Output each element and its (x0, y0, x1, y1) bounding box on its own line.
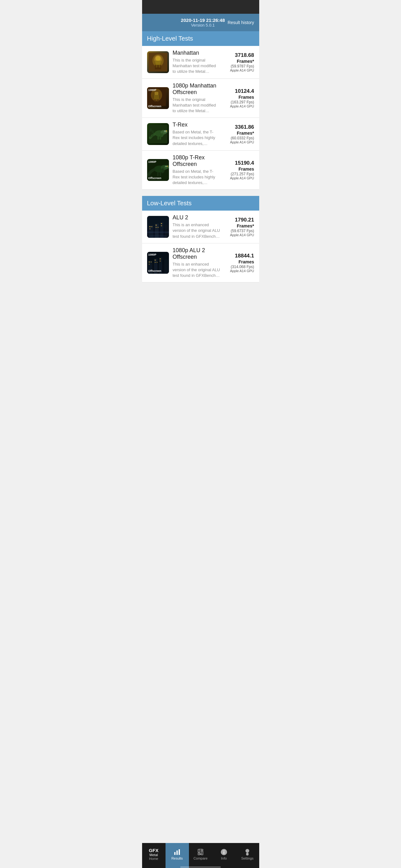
test-desc-alu2-1080p: This is an enhanced version of the origi… (173, 261, 221, 279)
score-value-manhattan: 3718.68 (223, 52, 254, 58)
status-bar (142, 0, 259, 14)
svg-rect-10 (159, 65, 160, 67)
test-info-alu2-1080p: 1080p ALU 2 Offscreen This is an enhance… (173, 247, 221, 279)
test-name-trex: T-Rex (173, 122, 221, 128)
svg-rect-62 (155, 260, 156, 260)
test-thumb-alu2-1080p: 1080P Offscreen (147, 252, 169, 274)
svg-rect-45 (149, 228, 151, 229)
score-gpu-trex-1080p: Apple A14 GPU (223, 176, 254, 180)
svg-rect-36 (160, 172, 161, 176)
svg-rect-46 (156, 225, 157, 226)
test-item-trex[interactable]: T-Rex Based on Metal, the T-Rex test inc… (142, 118, 259, 151)
svg-rect-13 (155, 92, 158, 95)
test-desc-trex-1080p: Based on Metal, the T-Rex test includes … (173, 169, 221, 186)
svg-rect-60 (151, 261, 152, 262)
manhattan-1080p-thumbnail: 1080P Offscreen (147, 87, 169, 109)
test-name-alu2: ALU 2 (173, 214, 221, 221)
svg-rect-63 (155, 262, 156, 263)
high-level-test-list: Manhattan This is the original Manhattan… (142, 46, 259, 190)
test-info-trex: T-Rex Based on Metal, the T-Rex test inc… (173, 122, 221, 147)
test-score-trex: 3361.86 Frames* (60.0332 Fps) Apple A14 … (223, 124, 254, 144)
svg-point-23 (166, 130, 167, 131)
svg-rect-28 (153, 132, 153, 137)
test-desc-manhattan: This is the original Manhattan test modi… (173, 58, 221, 75)
svg-rect-58 (164, 260, 168, 274)
score-gpu-alu2: Apple A14 GPU (223, 233, 254, 237)
test-desc-trex: Based on Metal, the T-Rex test includes … (173, 129, 221, 147)
score-fps-manhattan-1080p: (163.297 Fps) (223, 100, 254, 104)
svg-rect-48 (157, 227, 159, 228)
svg-point-34 (167, 165, 168, 166)
low-level-section-title: Low-Level Tests (147, 200, 254, 207)
svg-rect-8 (161, 61, 162, 64)
test-desc-alu2: This is an enhanced version of the origi… (173, 222, 221, 239)
score-gpu-trex: Apple A14 GPU (223, 140, 254, 144)
score-fps-alu2-1080p: (314.068 Fps) (223, 265, 254, 269)
test-score-manhattan: 3718.68 Frames* (59.9787 Fps) Apple A14 … (223, 52, 254, 72)
score-value-trex-1080p: 15190.4 (223, 160, 254, 166)
bottom-padding (142, 282, 259, 311)
score-value-manhattan-1080p: 10124.4 (223, 88, 254, 94)
test-name-alu2-1080p: 1080p ALU 2 Offscreen (173, 247, 221, 260)
test-thumb-manhattan (147, 51, 169, 73)
score-gpu-alu2-1080p: Apple A14 GPU (223, 269, 254, 273)
test-score-alu2-1080p: 18844.1 Frames (314.068 Fps) Apple A14 G… (223, 253, 254, 273)
header-version: Version 5.0.1 (178, 23, 228, 28)
svg-rect-9 (156, 65, 157, 67)
test-item-alu2[interactable]: ALU 2 This is an enhanced version of the… (142, 211, 259, 243)
test-score-manhattan-1080p: 10124.4 Frames (163.297 Fps) Apple A14 G… (223, 88, 254, 108)
svg-rect-6 (156, 61, 161, 65)
test-score-alu2: 1790.21 Frames* (59.6737 Fps) Apple A14 … (223, 217, 254, 237)
svg-rect-43 (149, 226, 151, 227)
svg-rect-49 (161, 223, 162, 224)
svg-rect-64 (157, 262, 158, 263)
test-name-manhattan: Manhattan (173, 50, 221, 56)
svg-rect-7 (154, 61, 156, 64)
svg-rect-59 (149, 261, 150, 262)
trex-thumbnail (147, 123, 169, 145)
score-gpu-manhattan: Apple A14 GPU (223, 68, 254, 72)
test-name-manhattan-1080p: 1080p Manhattan Offscreen (173, 83, 221, 96)
svg-rect-35 (157, 172, 159, 176)
test-info-manhattan: Manhattan This is the original Manhattan… (173, 50, 221, 75)
score-value-trex: 3361.86 (223, 124, 254, 130)
test-thumb-alu2 (147, 216, 169, 238)
score-unit-trex-1080p: Frames (239, 166, 254, 172)
header-center: 2020-11-19 21:26:48 Version 5.0.1 (178, 18, 228, 28)
test-name-trex-1080p: 1080p T-Rex Offscreen (173, 154, 221, 167)
test-desc-manhattan-1080p: This is the original Manhattan test modi… (173, 97, 221, 114)
svg-point-52 (149, 235, 167, 238)
high-level-section-title: High-Level Tests (147, 35, 254, 42)
svg-rect-44 (151, 226, 153, 227)
svg-rect-50 (161, 225, 162, 226)
svg-rect-25 (160, 136, 161, 140)
svg-rect-61 (149, 264, 150, 265)
score-fps-manhattan: (59.9787 Fps) (223, 64, 254, 68)
test-item-trex-1080p[interactable]: 1080P Offscreen 1080p T-Rex Offscreen Ba… (142, 151, 259, 190)
test-item-manhattan-1080p[interactable]: 1080P Offscreen 1080p Manhattan Offscree… (142, 79, 259, 118)
score-unit-manhattan: Frames* (237, 59, 254, 64)
manhattan-thumbnail (147, 51, 169, 73)
svg-rect-18 (157, 99, 159, 102)
score-gpu-manhattan-1080p: Apple A14 GPU (223, 104, 254, 108)
svg-rect-15 (153, 95, 154, 98)
svg-rect-14 (154, 95, 159, 99)
score-fps-trex-1080p: (271.257 Fps) (223, 172, 254, 176)
low-level-section-header: Low-Level Tests (142, 196, 259, 211)
result-history-button[interactable]: Result history (228, 20, 254, 25)
section-spacer (142, 190, 259, 196)
svg-rect-65 (160, 258, 161, 259)
score-unit-alu2-1080p: Frames (239, 259, 254, 264)
svg-rect-66 (160, 260, 161, 261)
svg-rect-24 (157, 136, 159, 140)
test-thumb-trex-1080p: 1080P Offscreen (147, 159, 169, 181)
svg-rect-51 (147, 231, 169, 233)
score-value-alu2-1080p: 18844.1 (223, 253, 254, 259)
score-fps-alu2: (59.6737 Fps) (223, 229, 254, 233)
test-info-alu2: ALU 2 This is an enhanced version of the… (173, 214, 221, 239)
score-unit-manhattan-1080p: Frames (239, 95, 254, 100)
test-item-alu2-1080p[interactable]: 1080P Offscreen 1080p ALU 2 Offscreen Th… (142, 243, 259, 283)
score-unit-trex: Frames* (237, 131, 254, 135)
test-item-manhattan[interactable]: Manhattan This is the original Manhattan… (142, 46, 259, 79)
score-fps-trex: (60.0332 Fps) (223, 136, 254, 140)
